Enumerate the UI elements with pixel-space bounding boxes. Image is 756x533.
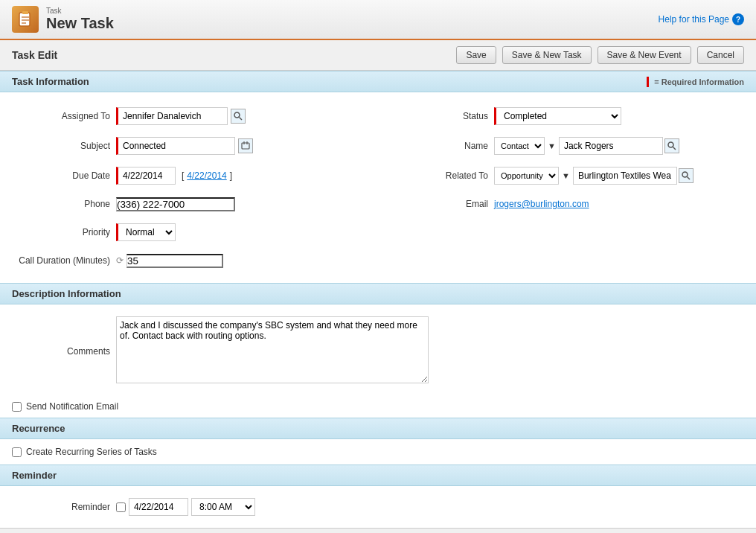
reminder-title: Reminder	[12, 470, 57, 481]
page-subtitle: Task	[46, 7, 114, 15]
spinner-icon: ⟳	[116, 255, 124, 266]
reminder-form: Reminder 8:00 AM 8:30 AM 9:00 AM 9:30 AM…	[0, 486, 756, 528]
recurrence-checkbox[interactable]	[12, 447, 22, 457]
email-link[interactable]: jrogers@burlington.com	[494, 199, 589, 209]
svg-point-5	[234, 112, 240, 118]
save-new-task-button[interactable]: Save & New Task	[502, 46, 592, 64]
recurrence-label: Create Recurring Series of Tasks	[26, 447, 157, 457]
subject-lookup-icon[interactable]	[238, 138, 253, 153]
help-link[interactable]: Help for this Page ?	[659, 13, 744, 25]
page-header: Task New Task	[12, 6, 114, 33]
subject-row: Subject	[0, 134, 378, 158]
comments-label: Comments	[12, 343, 116, 357]
svg-rect-0	[19, 13, 30, 26]
form-row-6: Call Duration (Minutes) ⟳	[0, 247, 756, 274]
svg-line-13	[687, 177, 690, 180]
call-duration-input[interactable]	[126, 254, 223, 268]
recurrence-form: Create Recurring Series of Tasks	[0, 439, 756, 465]
task-info-form: Assigned To Status Not Started In Progre…	[0, 92, 756, 283]
name-type-select[interactable]: Contact Lead	[494, 137, 545, 155]
comments-value: Jack and I discussed the company's SBC s…	[116, 316, 744, 383]
toolbar-title: Task Edit	[12, 49, 57, 61]
help-text: Help for this Page	[659, 14, 729, 25]
help-icon: ?	[732, 13, 744, 25]
reminder-time-select[interactable]: 8:00 AM 8:30 AM 9:00 AM 9:30 AM 10:00 AM	[191, 498, 255, 516]
priority-select[interactable]: Highest High Normal Low Lowest	[116, 223, 176, 241]
svg-point-12	[682, 172, 688, 177]
assigned-to-row: Assigned To	[0, 104, 378, 128]
name-group: Contact Lead ▼	[494, 137, 679, 155]
related-to-input[interactable]	[573, 167, 677, 185]
page-title: New Task	[46, 15, 114, 32]
top-bar: Task New Task Help for this Page ?	[0, 0, 756, 40]
subject-label: Subject	[12, 141, 116, 151]
phone-label: Phone	[12, 199, 116, 209]
task-info-title: Task Information	[12, 76, 89, 87]
related-to-label: Related To	[390, 170, 494, 181]
notification-row: Send Notification Email	[0, 395, 756, 418]
name-value: Contact Lead ▼	[494, 137, 744, 155]
due-date-row: Due Date [ 4/22/2014 ]	[0, 164, 378, 188]
bottom-toolbar: Save Save & New Task Save & New Event Ca…	[0, 528, 756, 533]
related-to-value: Opportunity Account Campaign ▼	[494, 167, 744, 185]
due-date-bracket: [	[182, 170, 184, 181]
svg-point-10	[668, 142, 673, 147]
form-row-4: Phone Email jrogers@burlington.com	[0, 191, 756, 217]
save-button[interactable]: Save	[456, 46, 496, 64]
comments-textarea[interactable]: Jack and I discussed the company's SBC s…	[116, 316, 429, 383]
req-bar-icon	[647, 77, 649, 87]
description-info-header: Description Information	[0, 283, 756, 304]
status-select[interactable]: Not Started In Progress Completed Waitin…	[494, 107, 621, 125]
recurrence-header: Recurrence	[0, 418, 756, 439]
related-to-lookup-icon[interactable]	[679, 168, 693, 183]
name-input[interactable]	[559, 137, 663, 155]
related-to-row: Related To Opportunity Account Campaign …	[378, 164, 756, 188]
related-to-group: Opportunity Account Campaign ▼	[494, 167, 693, 185]
assigned-to-lookup-icon[interactable]	[231, 109, 246, 124]
priority-row: Priority Highest High Normal Low Lowest	[0, 220, 378, 244]
status-row: Status Not Started In Progress Completed…	[378, 104, 756, 128]
comments-row: Comments Jack and I discussed the compan…	[0, 313, 756, 386]
svg-rect-7	[242, 143, 249, 149]
due-date-bracket-close: ]	[230, 170, 232, 181]
notification-checkbox[interactable]	[12, 402, 22, 412]
form-row-3: Due Date [ 4/22/2014 ] Related To Opport…	[0, 161, 756, 191]
reminder-value: 8:00 AM 8:30 AM 9:00 AM 9:30 AM 10:00 AM	[116, 498, 744, 516]
subject-input[interactable]	[116, 137, 235, 155]
reminder-date-input[interactable]	[129, 498, 188, 516]
svg-line-11	[673, 147, 676, 150]
form-row-1: Assigned To Status Not Started In Progre…	[0, 101, 756, 131]
name-label: Name	[390, 141, 494, 151]
status-value: Not Started In Progress Completed Waitin…	[494, 107, 744, 125]
reminder-checkbox[interactable]	[116, 502, 126, 512]
due-date-link[interactable]: 4/22/2014	[187, 170, 226, 181]
call-duration-value: ⟳	[116, 254, 744, 268]
email-value: jrogers@burlington.com	[494, 199, 744, 209]
name-type-arrow: ▼	[546, 141, 557, 150]
due-date-input[interactable]	[116, 167, 176, 185]
notification-label: Send Notification Email	[26, 401, 118, 412]
phone-input[interactable]	[116, 197, 235, 211]
name-lookup-icon[interactable]	[664, 138, 679, 153]
priority-value: Highest High Normal Low Lowest	[116, 223, 366, 241]
reminder-row: Reminder 8:00 AM 8:30 AM 9:00 AM 9:30 AM…	[0, 495, 756, 519]
email-label: Email	[390, 199, 494, 209]
task-info-header: Task Information = Required Information	[0, 71, 756, 92]
related-to-arrow: ▼	[560, 171, 571, 180]
required-legend: = Required Information	[647, 77, 744, 87]
name-row: Name Contact Lead ▼	[378, 134, 756, 158]
assigned-to-value	[116, 107, 366, 125]
phone-row: Phone	[0, 194, 378, 214]
description-info-form: Comments Jack and I discussed the compan…	[0, 304, 756, 395]
assigned-to-input[interactable]	[116, 107, 228, 125]
phone-value	[116, 197, 366, 211]
page-title-block: Task New Task	[46, 7, 114, 32]
priority-label: Priority	[12, 227, 116, 237]
top-toolbar: Task Edit Save Save & New Task Save & Ne…	[0, 40, 756, 71]
save-new-event-button[interactable]: Save & New Event	[598, 46, 691, 64]
reminder-label: Reminder	[12, 502, 116, 512]
cancel-button[interactable]: Cancel	[697, 46, 744, 64]
related-to-type-select[interactable]: Opportunity Account Campaign	[494, 167, 559, 185]
recurrence-title: Recurrence	[12, 423, 65, 434]
description-info-title: Description Information	[12, 288, 121, 299]
